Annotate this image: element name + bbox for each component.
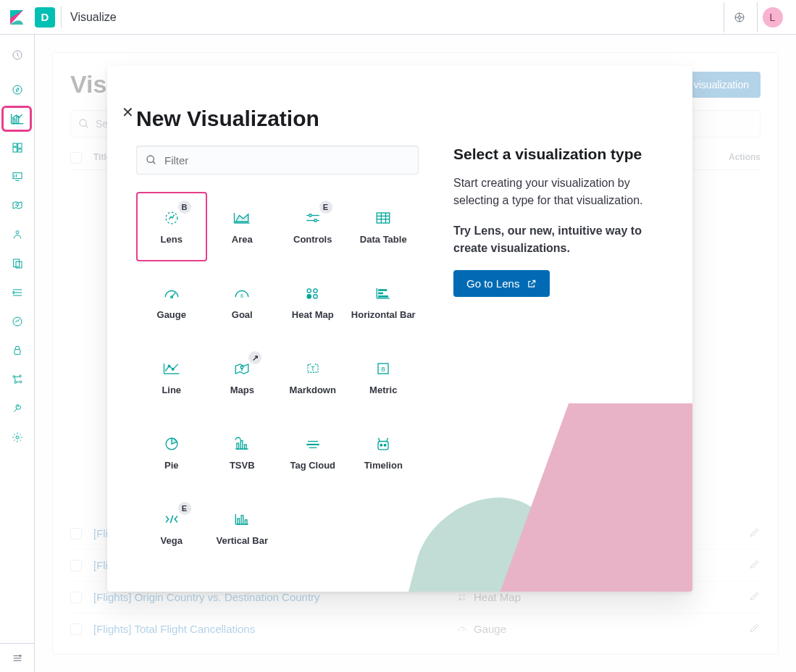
svg-rect-86 — [245, 444, 247, 448]
viz-type-vertical-bar[interactable]: Vertical Bar — [207, 493, 278, 563]
nav-ml-icon[interactable] — [0, 220, 35, 249]
help-icon[interactable] — [724, 2, 754, 33]
svg-point-38 — [16, 436, 19, 439]
svg-text:8: 8 — [382, 365, 385, 373]
viz-type-timelion[interactable]: Timelion — [348, 418, 419, 487]
svg-rect-29 — [14, 350, 20, 355]
nav-devtools-icon[interactable] — [0, 394, 35, 423]
nav-recent-icon[interactable] — [0, 41, 35, 70]
space-selector[interactable]: D — [35, 7, 55, 28]
nav-infra-icon[interactable] — [0, 249, 35, 278]
viz-badge: ↗ — [248, 351, 261, 364]
nav-graph-icon[interactable] — [0, 365, 35, 394]
viz-icon — [232, 435, 252, 453]
go-to-lens-button[interactable]: Go to Lens — [453, 270, 550, 297]
viz-type-markdown[interactable]: TMarkdown — [277, 343, 348, 412]
viz-type-data-table[interactable]: Data Table — [348, 192, 419, 261]
svg-rect-90 — [378, 441, 388, 449]
svg-rect-14 — [18, 143, 22, 148]
filter-input[interactable] — [164, 154, 409, 167]
viz-label: Line — [162, 385, 181, 395]
viz-icon — [373, 285, 393, 302]
user-menu[interactable]: L — [757, 2, 787, 33]
svg-point-21 — [16, 231, 19, 234]
svg-point-77 — [241, 366, 244, 369]
svg-rect-16 — [18, 149, 22, 152]
svg-point-67 — [314, 288, 317, 292]
svg-point-9 — [13, 85, 22, 94]
svg-point-55 — [309, 214, 312, 217]
viz-type-horizontal-bar[interactable]: Horizontal Bar — [348, 267, 419, 337]
viz-label: TSVB — [230, 460, 255, 471]
viz-type-metric[interactable]: 8Metric — [348, 343, 419, 412]
viz-label: Maps — [230, 385, 254, 395]
nav-logs-icon[interactable] — [0, 278, 35, 307]
svg-rect-58 — [377, 213, 390, 223]
collapse-nav-icon[interactable] — [0, 643, 34, 672]
new-visualization-modal: ✕ New Visualization BLensAreaEControlsDa… — [107, 66, 692, 592]
space-letter: D — [41, 11, 49, 23]
svg-line-93 — [170, 515, 173, 523]
viz-type-controls[interactable]: EControls — [277, 192, 348, 261]
nav-apm-icon[interactable] — [0, 307, 35, 336]
viz-type-lens[interactable]: BLens — [136, 192, 207, 261]
go-to-lens-label: Go to Lens — [466, 277, 519, 290]
svg-rect-12 — [17, 117, 19, 124]
viz-type-line[interactable]: Line — [136, 343, 207, 412]
nav-dashboard-icon[interactable] — [0, 133, 35, 162]
svg-point-3 — [738, 16, 741, 19]
nav-visualize-icon[interactable] — [0, 104, 35, 133]
viz-label: Pie — [164, 460, 179, 471]
viz-type-vega[interactable]: EVega — [136, 493, 207, 563]
avatar-letter: L — [770, 12, 776, 23]
viz-type-gauge[interactable]: Gauge — [136, 267, 207, 337]
filter-input-wrapper[interactable] — [136, 146, 419, 175]
kibana-logo-icon[interactable] — [9, 9, 26, 26]
viz-type-pie[interactable]: Pie — [136, 418, 207, 487]
svg-rect-96 — [238, 518, 240, 524]
viz-icon: 8 — [232, 285, 252, 302]
nav-discover-icon[interactable] — [0, 75, 35, 104]
viz-icon — [232, 360, 252, 377]
avatar: L — [763, 7, 783, 28]
app-header: D Visualize L — [0, 0, 796, 35]
svg-line-99 — [532, 280, 535, 284]
viz-label: Timelion — [364, 460, 403, 471]
svg-point-32 — [14, 382, 17, 384]
svg-text:T: T — [311, 364, 315, 371]
viz-label: Vertical Bar — [216, 535, 268, 546]
svg-point-57 — [314, 219, 317, 222]
close-icon[interactable]: ✕ — [122, 104, 134, 121]
viz-label: Controls — [293, 234, 332, 245]
viz-label: Horizontal Bar — [351, 309, 416, 320]
viz-type-area[interactable]: Area — [207, 192, 278, 261]
right-panel-title: Select a visualization type — [453, 146, 663, 163]
svg-rect-11 — [13, 119, 15, 124]
viz-type-tag-cloud[interactable]: Tag Cloud — [277, 418, 348, 487]
visualization-grid: BLensAreaEControlsData TableGauge8GoalHe… — [136, 192, 419, 563]
svg-line-37 — [14, 409, 17, 412]
viz-type-tsvb[interactable]: TSVB — [207, 418, 278, 487]
svg-rect-85 — [241, 440, 243, 448]
viz-label: Markdown — [290, 385, 336, 395]
viz-icon — [373, 209, 393, 227]
viz-type-heat-map[interactable]: Heat Map — [277, 267, 348, 337]
nav-management-icon[interactable] — [0, 423, 35, 452]
nav-maps-icon[interactable] — [0, 191, 35, 220]
viz-type-maps[interactable]: ↗Maps — [207, 343, 278, 412]
side-nav — [0, 35, 35, 672]
viz-icon: T — [303, 360, 323, 377]
viz-label: Area — [232, 234, 253, 245]
nav-canvas-icon[interactable] — [0, 162, 35, 191]
svg-point-68 — [307, 294, 311, 298]
svg-point-51 — [147, 156, 154, 162]
svg-point-92 — [385, 444, 387, 446]
nav-siem-icon[interactable] — [0, 336, 35, 365]
viz-label: Goal — [232, 309, 253, 320]
viz-type-goal[interactable]: 8Goal — [207, 267, 278, 337]
search-icon — [146, 154, 157, 166]
viz-badge: B — [178, 201, 191, 214]
viz-icon — [162, 285, 182, 302]
viz-label: Tag Cloud — [290, 460, 335, 471]
svg-line-52 — [153, 161, 155, 164]
